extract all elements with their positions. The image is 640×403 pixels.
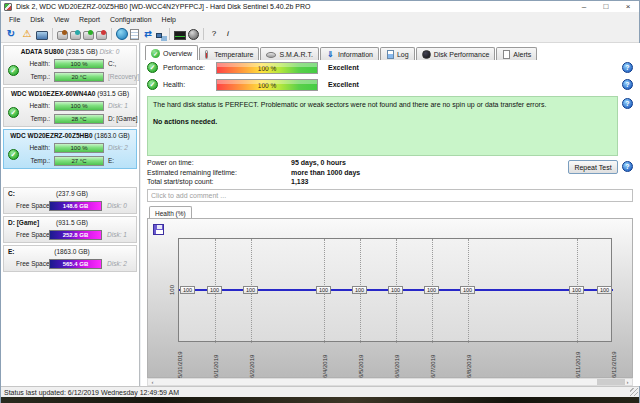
help-icon[interactable]: ? [622,98,633,109]
disk-card-wdc-wd20ezrz-00z5hb0[interactable]: WDC WD20EZRZ-00Z5HB0 (1863.0 GB)Health:1… [3,129,137,169]
menubar: FileDiskViewReportConfigurationHelp [1,12,639,26]
partition-card-e[interactable]: E:(1863.0 GB)Free Space565.4 GBDisk: 2 [3,245,137,272]
info-icon[interactable] [222,28,234,40]
x-axis-tick: 6/6/2019 [394,344,400,378]
temperature-bar: 20 °C [54,72,104,82]
info-label: Total start/stop count: [147,178,214,185]
menu-disk[interactable]: Disk [25,14,49,25]
disk-info-list: Power on time:95 days, 0 hoursEstimated … [147,159,567,188]
network-icon[interactable] [156,33,162,38]
temperature-bar: 27 °C [54,156,104,166]
help-icon[interactable]: ? [622,161,633,172]
performance-label: Performance: [163,64,205,71]
menu-file[interactable]: File [4,14,25,25]
monitor-icon[interactable] [36,31,48,40]
tab-label: Log [397,51,409,58]
free-space-bar: 252.8 GB [49,230,102,240]
repeat-test-button[interactable]: Repeat Test [568,160,618,174]
disk-scan-1-icon[interactable] [57,31,68,40]
temperature-right-text: [Recovery] [108,73,139,80]
disk-scan-3-icon[interactable] [83,31,94,40]
menu-report[interactable]: Report [74,14,105,25]
disk-size: (931.5 GB) [95,90,129,97]
toolbar-separator [111,28,112,40]
maximize-button[interactable]: □ [595,1,617,12]
gauge-icon [422,50,431,59]
report-icon[interactable] [130,29,139,40]
health-bar: 100 % [216,79,318,91]
free-space-bar: 565.4 GB [49,259,102,269]
x-axis-tick: 6/11/2019 [575,344,581,378]
partition-name: C: [8,190,15,197]
partition-card-c[interactable]: C:(237.9 GB)Free Space148.6 GBDisk: 0 [3,187,137,214]
save-chart-icon[interactable] [153,224,164,235]
thermometer-icon [205,50,208,59]
tab-information[interactable]: Information [320,47,379,60]
info-value: more than 1000 days [291,169,360,176]
partition-card-d-game[interactable]: D: [Game](931.5 GB)Free Space252.8 GBDis… [3,216,137,243]
health-row: Health:100 %Disk: 2 [4,143,136,155]
ok-status-icon [147,62,158,73]
disk-card-wdc-wd10ezex-60wn4a0[interactable]: WDC WD10EZEX-60WN4A0 (931.5 GB)Health:10… [3,87,137,127]
disk-card-header: WDC WD10EZEX-60WN4A0 (931.5 GB) [4,88,136,97]
data-point-label: 100 [460,286,475,294]
health-chart: 100100100100100100100100100100 1005/31/2… [147,218,633,378]
toolbar-separator [52,28,53,40]
health-label: Health: [18,60,50,67]
temperature-row: Temp.:27 °CE: [4,156,136,168]
tab-alerts[interactable]: Alerts [496,47,537,60]
tab-log[interactable]: Log [380,47,415,60]
temperature-label: Temp.: [18,73,50,80]
clock-icon[interactable] [188,29,199,40]
close-button[interactable]: × [617,1,639,12]
y-axis-tick: 100 [169,282,175,298]
ok-status-icon [147,79,158,90]
desktop-background [1,397,639,403]
chart-scrollbar[interactable]: ‹ › [147,378,633,386]
tab-overview[interactable]: Overview [145,45,198,60]
menu-help[interactable]: Help [157,14,181,25]
partition-name: E: [8,248,15,255]
free-space-label: Free Space [16,231,50,238]
x-axis-tick: 6/12/2019 [611,344,617,378]
scrollbar-thumb[interactable] [597,379,625,385]
data-point-label: 100 [180,286,195,294]
health-right-text: Disk: 1 [108,102,128,109]
data-point-label: 100 [207,286,222,294]
scroll-left-arrow[interactable]: ‹ [148,379,157,385]
health-label: Health: [163,81,185,88]
tab-temperature[interactable]: Temperature [199,47,259,60]
menu-configuration[interactable]: Configuration [105,14,157,25]
minimize-button[interactable]: – [573,1,595,12]
health-label: Health: [18,102,50,109]
disk-card-header: WDC WD20EZRZ-00Z5HB0 (1863.0 GB) [4,130,136,139]
disk-scan-2-icon[interactable] [70,31,81,40]
resize-grip[interactable] [630,388,638,396]
help-icon[interactable] [208,28,220,40]
disk-name: ADATA SU800 [21,48,64,55]
performance-monitor-icon[interactable] [174,31,186,40]
comment-input[interactable] [147,189,633,202]
help-icon[interactable]: ? [622,79,633,90]
disk-number: Disk: 1 [107,231,127,238]
health-right-text: Disk: 2 [108,144,128,151]
x-axis-tick: 6/5/2019 [358,344,364,378]
x-axis-tick: 5/31/2019 [177,344,183,378]
menu-view[interactable]: View [49,14,74,25]
free-space-label: Free Space [16,202,50,209]
tab-disk-performance[interactable]: Disk Performance [416,47,496,60]
temperature-right-text: D: [Game] [108,115,138,122]
warning-icon[interactable] [20,27,34,41]
disk-card-adata-su800[interactable]: ADATA SU800 (238.5 GB) Disk: 0Health:100… [3,45,137,85]
partition-size: (931.5 GB) [40,219,104,226]
tab-s-m-a-r-t[interactable]: S.M.A.R.T. [260,47,318,60]
temperature-label: Temp.: [18,157,50,164]
refresh-icon[interactable] [4,27,18,41]
globe-icon[interactable] [116,28,128,40]
health-row: Health: 100 % Excellent ? [141,79,640,93]
data-point-label: 100 [388,286,403,294]
disk-scan-4-icon[interactable] [96,31,107,40]
help-icon[interactable]: ? [622,62,633,73]
sync-icon[interactable] [141,27,155,41]
toolbar-separator [203,28,204,40]
